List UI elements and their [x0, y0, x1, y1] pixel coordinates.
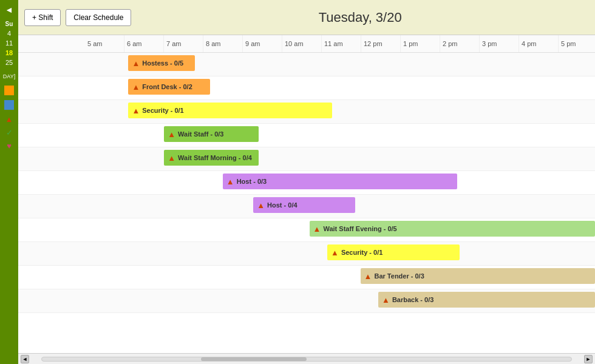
timeslot-5am: 5 am	[85, 35, 124, 52]
shift-block[interactable]: ▲ Security - 0/1	[128, 103, 332, 118]
table-row: ▲ Barback - 0/3	[18, 289, 595, 313]
timeslot-11am: 11 am	[322, 35, 361, 52]
sidebar: ◄ Su 4 11 18 25 DAY] ▲ ✓ ♥	[0, 0, 18, 364]
row-timeline: ▲ Wait Staff Morning - 0/4	[85, 147, 595, 170]
shift-label: Security - 0/1	[341, 249, 382, 256]
warning-icon: ▲	[168, 130, 175, 139]
shift-label: Wait Staff - 0/3	[178, 130, 223, 138]
sidebar-day-25[interactable]: 25	[0, 58, 18, 67]
row-timeline: ▲ Security - 0/1	[85, 100, 595, 123]
timeslot-6am: 6 am	[124, 35, 164, 52]
row-timeline: ▲ Host - 0/3	[85, 171, 595, 194]
shift-label: Barback - 0/3	[392, 296, 433, 303]
timeslot-1pm: 1 pm	[401, 35, 440, 52]
warning-icon: ▲	[313, 224, 321, 234]
shift-block[interactable]: ▲ Host - 0/3	[223, 174, 457, 189]
warning-icon: ▲	[382, 295, 390, 305]
sidebar-color-swatch-orange	[4, 86, 14, 95]
sidebar-heart-icon: ♥	[5, 141, 13, 150]
app-container: ◄ Su 4 11 18 25 DAY] ▲ ✓ ♥ Shift Clear S…	[0, 0, 595, 364]
sidebar-warning-icon: ▲	[5, 115, 13, 123]
add-shift-button[interactable]: Shift	[24, 9, 61, 26]
shift-block[interactable]: ▲ Wait Staff - 0/3	[164, 126, 258, 142]
shift-label: Front Desk - 0/2	[142, 83, 192, 90]
timeslot-7am: 7 am	[164, 35, 203, 52]
timeslot-2pm: 2 pm	[440, 35, 480, 52]
sidebar-days: Su 4 11 18 25	[0, 19, 18, 67]
timeslot-8am: 8 am	[203, 35, 243, 52]
table-row: ▲ Wait Staff Evening - 0/5	[18, 218, 595, 242]
topbar-actions: Shift Clear Schedule	[24, 9, 131, 26]
schedule-date-title: Tuesday, 3/20	[131, 10, 589, 25]
row-timeline: ▲ Host - 0/4	[85, 195, 595, 218]
schedule-grid: ▲ Hostess - 0/5 ▲ Front Desk - 0/2	[18, 53, 595, 353]
table-row: ▲ Security - 0/1	[18, 242, 595, 266]
row-timeline: ▲ Bar Tender - 0/3	[85, 266, 595, 289]
shift-label: Host - 0/3	[237, 178, 267, 185]
scrollbar-row: ◄ ►	[18, 353, 595, 364]
shift-block[interactable]: ▲ Barback - 0/3	[378, 292, 595, 308]
warning-icon: ▲	[132, 83, 140, 92]
scrollbar-right-arrow[interactable]: ►	[584, 355, 593, 363]
main-content: Shift Clear Schedule Tuesday, 3/20 5 am …	[18, 0, 595, 364]
table-row: ▲ Wait Staff - 0/3	[18, 124, 595, 147]
sidebar-check-icon: ✓	[5, 128, 13, 136]
shift-block[interactable]: ▲ Wait Staff Evening - 0/5	[310, 221, 595, 237]
timeslot-10am: 10 am	[282, 35, 322, 52]
table-row: ▲ Hostess - 0/5	[18, 53, 595, 76]
shift-label: Security - 0/1	[142, 107, 183, 114]
row-timeline: ▲ Barback - 0/3	[85, 289, 595, 312]
scrollbar-left-arrow[interactable]: ◄	[21, 355, 29, 363]
shift-block[interactable]: ▲ Host - 0/4	[253, 197, 355, 213]
sidebar-icons: ▲ ✓ ♥	[4, 86, 14, 150]
shift-label: Bar Tender - 0/3	[374, 272, 424, 280]
sidebar-day-4[interactable]: 4	[0, 29, 18, 38]
table-row: ▲ Wait Staff Morning - 0/4	[18, 147, 595, 171]
table-row: ▲ Host - 0/3	[18, 171, 595, 195]
warning-icon: ▲	[364, 272, 372, 281]
shift-block[interactable]: ▲ Front Desk - 0/2	[128, 79, 209, 95]
schedule-wrapper: 5 am 6 am 7 am 8 am 9 am 10 am 11 am 12 …	[18, 35, 595, 364]
topbar: Shift Clear Schedule Tuesday, 3/20	[18, 0, 595, 35]
scrollbar-thumb[interactable]	[201, 357, 307, 361]
row-timeline: ▲ Hostess - 0/5	[85, 53, 595, 76]
shift-label: Wait Staff Evening - 0/5	[323, 225, 396, 232]
timeslot-9am: 9 am	[243, 35, 282, 52]
table-row: ▲ Front Desk - 0/2	[18, 76, 595, 100]
time-slots-header: 5 am 6 am 7 am 8 am 9 am 10 am 11 am 12 …	[85, 35, 595, 52]
timeslot-12pm: 12 pm	[361, 35, 401, 52]
shift-label: Wait Staff Morning - 0/4	[178, 154, 252, 161]
clear-schedule-button[interactable]: Clear Schedule	[66, 9, 131, 26]
warning-icon: ▲	[331, 248, 339, 257]
scrollbar-track[interactable]	[41, 357, 572, 362]
timeslot-3pm: 3 pm	[480, 35, 519, 52]
shift-block[interactable]: ▲ Security - 0/1	[327, 244, 460, 260]
sidebar-day-18[interactable]: 18	[0, 48, 18, 58]
timeslot-5pm: 5 pm	[559, 35, 595, 52]
shift-label: Hostess - 0/5	[142, 59, 183, 67]
sidebar-week-header: Su	[0, 19, 18, 29]
warning-icon: ▲	[257, 201, 265, 210]
sidebar-day-11[interactable]: 11	[0, 38, 18, 48]
sidebar-collapse-arrow[interactable]: ◄	[5, 5, 13, 15]
sidebar-section-label: DAY]	[2, 73, 16, 79]
warning-icon: ▲	[132, 59, 140, 68]
shift-label: Host - 0/4	[267, 201, 298, 209]
table-row: ▲ Security - 0/1	[18, 100, 595, 124]
shift-block[interactable]: ▲ Bar Tender - 0/3	[361, 268, 595, 284]
row-timeline: ▲ Wait Staff - 0/3	[85, 124, 595, 147]
sidebar-color-swatch-blue	[4, 100, 14, 110]
row-timeline: ▲ Wait Staff Evening - 0/5	[85, 218, 595, 241]
schedule-rows: ▲ Hostess - 0/5 ▲ Front Desk - 0/2	[18, 53, 595, 313]
warning-icon: ▲	[226, 177, 234, 186]
warning-icon: ▲	[168, 153, 175, 163]
table-row: ▲ Host - 0/4	[18, 195, 595, 218]
shift-block[interactable]: ▲ Hostess - 0/5	[128, 55, 194, 71]
timeslot-4pm: 4 pm	[519, 35, 559, 52]
time-header: 5 am 6 am 7 am 8 am 9 am 10 am 11 am 12 …	[18, 35, 595, 53]
row-timeline: ▲ Front Desk - 0/2	[85, 76, 595, 99]
table-row: ▲ Bar Tender - 0/3	[18, 266, 595, 289]
warning-icon: ▲	[132, 106, 140, 115]
shift-block[interactable]: ▲ Wait Staff Morning - 0/4	[164, 150, 258, 166]
row-timeline: ▲ Security - 0/1	[85, 242, 595, 265]
